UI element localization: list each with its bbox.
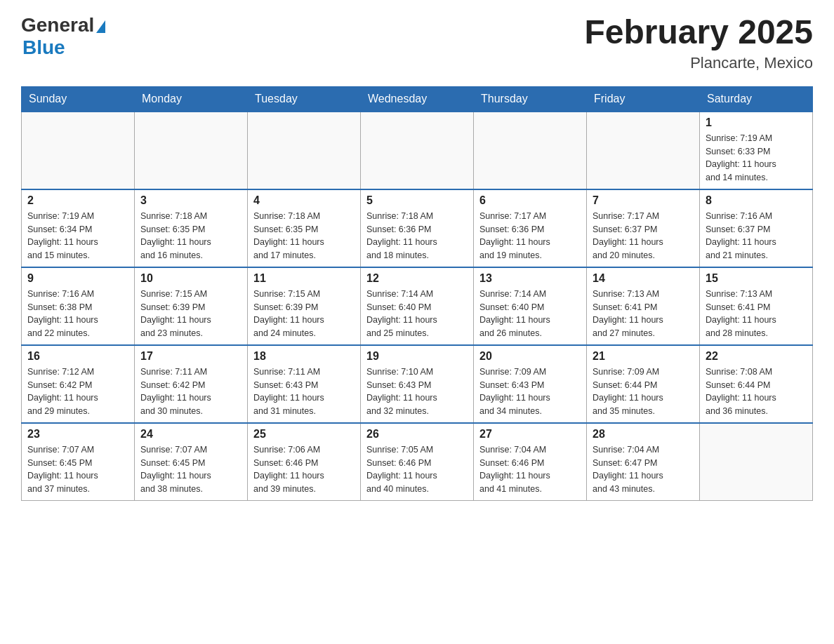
day-number: 7 xyxy=(593,194,694,207)
day-number: 2 xyxy=(27,194,128,207)
calendar-table: SundayMondayTuesdayWednesdayThursdayFrid… xyxy=(21,86,813,501)
day-info: Sunrise: 7:11 AM Sunset: 6:43 PM Dayligh… xyxy=(253,365,355,418)
calendar-cell: 12Sunrise: 7:14 AM Sunset: 6:40 PM Dayli… xyxy=(361,267,474,345)
day-info: Sunrise: 7:10 AM Sunset: 6:43 PM Dayligh… xyxy=(366,365,468,418)
calendar-cell: 27Sunrise: 7:04 AM Sunset: 6:46 PM Dayli… xyxy=(474,423,587,501)
calendar-cell: 23Sunrise: 7:07 AM Sunset: 6:45 PM Dayli… xyxy=(22,423,135,501)
calendar-cell: 15Sunrise: 7:13 AM Sunset: 6:41 PM Dayli… xyxy=(700,267,813,345)
day-info: Sunrise: 7:16 AM Sunset: 6:37 PM Dayligh… xyxy=(706,210,807,262)
header-friday: Friday xyxy=(587,86,700,112)
day-info: Sunrise: 7:14 AM Sunset: 6:40 PM Dayligh… xyxy=(366,288,468,340)
header-tuesday: Tuesday xyxy=(248,86,361,112)
day-number: 20 xyxy=(479,350,581,363)
day-info: Sunrise: 7:07 AM Sunset: 6:45 PM Dayligh… xyxy=(27,443,128,496)
calendar-cell: 6Sunrise: 7:17 AM Sunset: 6:36 PM Daylig… xyxy=(474,189,587,267)
day-info: Sunrise: 7:16 AM Sunset: 6:38 PM Dayligh… xyxy=(27,288,128,340)
calendar-cell: 2Sunrise: 7:19 AM Sunset: 6:34 PM Daylig… xyxy=(22,189,135,267)
day-number: 25 xyxy=(253,428,355,441)
day-number: 19 xyxy=(366,350,468,363)
calendar-cell xyxy=(248,112,361,189)
day-info: Sunrise: 7:04 AM Sunset: 6:47 PM Dayligh… xyxy=(593,443,694,496)
day-number: 17 xyxy=(140,350,241,363)
day-info: Sunrise: 7:07 AM Sunset: 6:45 PM Dayligh… xyxy=(140,443,241,496)
calendar-cell: 11Sunrise: 7:15 AM Sunset: 6:39 PM Dayli… xyxy=(248,267,361,345)
header-sunday: Sunday xyxy=(22,86,135,112)
calendar-cell: 9Sunrise: 7:16 AM Sunset: 6:38 PM Daylig… xyxy=(22,267,135,345)
day-info: Sunrise: 7:18 AM Sunset: 6:35 PM Dayligh… xyxy=(140,210,241,262)
day-number: 21 xyxy=(593,350,694,363)
calendar-cell: 26Sunrise: 7:05 AM Sunset: 6:46 PM Dayli… xyxy=(361,423,474,501)
day-info: Sunrise: 7:13 AM Sunset: 6:41 PM Dayligh… xyxy=(706,288,807,340)
page-header: General Blue February 2025 Plancarte, Me… xyxy=(21,14,813,72)
day-number: 9 xyxy=(27,272,128,285)
calendar-cell: 18Sunrise: 7:11 AM Sunset: 6:43 PM Dayli… xyxy=(248,345,361,423)
day-number: 5 xyxy=(366,194,468,207)
calendar-cell: 16Sunrise: 7:12 AM Sunset: 6:42 PM Dayli… xyxy=(22,345,135,423)
day-number: 23 xyxy=(27,428,128,441)
day-info: Sunrise: 7:04 AM Sunset: 6:46 PM Dayligh… xyxy=(479,443,581,496)
calendar-cell xyxy=(22,112,135,189)
day-info: Sunrise: 7:15 AM Sunset: 6:39 PM Dayligh… xyxy=(140,288,241,340)
calendar-cell: 5Sunrise: 7:18 AM Sunset: 6:36 PM Daylig… xyxy=(361,189,474,267)
calendar-cell: 17Sunrise: 7:11 AM Sunset: 6:42 PM Dayli… xyxy=(135,345,248,423)
day-number: 26 xyxy=(366,428,468,441)
day-info: Sunrise: 7:19 AM Sunset: 6:33 PM Dayligh… xyxy=(706,132,807,185)
day-info: Sunrise: 7:09 AM Sunset: 6:43 PM Dayligh… xyxy=(479,365,581,418)
logo: General Blue xyxy=(21,14,105,59)
day-number: 22 xyxy=(706,350,807,363)
calendar-cell: 8Sunrise: 7:16 AM Sunset: 6:37 PM Daylig… xyxy=(700,189,813,267)
calendar-cell xyxy=(361,112,474,189)
calendar-cell: 20Sunrise: 7:09 AM Sunset: 6:43 PM Dayli… xyxy=(474,345,587,423)
day-number: 18 xyxy=(253,350,355,363)
day-info: Sunrise: 7:08 AM Sunset: 6:44 PM Dayligh… xyxy=(706,365,807,418)
day-number: 10 xyxy=(140,272,241,285)
week-row-1: 2Sunrise: 7:19 AM Sunset: 6:34 PM Daylig… xyxy=(22,189,813,267)
calendar-cell: 4Sunrise: 7:18 AM Sunset: 6:35 PM Daylig… xyxy=(248,189,361,267)
calendar-cell xyxy=(474,112,587,189)
calendar-cell: 24Sunrise: 7:07 AM Sunset: 6:45 PM Dayli… xyxy=(135,423,248,501)
calendar-cell: 28Sunrise: 7:04 AM Sunset: 6:47 PM Dayli… xyxy=(587,423,700,501)
calendar-cell: 25Sunrise: 7:06 AM Sunset: 6:46 PM Dayli… xyxy=(248,423,361,501)
day-info: Sunrise: 7:06 AM Sunset: 6:46 PM Dayligh… xyxy=(253,443,355,496)
day-number: 12 xyxy=(366,272,468,285)
day-info: Sunrise: 7:19 AM Sunset: 6:34 PM Dayligh… xyxy=(27,210,128,262)
day-number: 24 xyxy=(140,428,241,441)
week-row-2: 9Sunrise: 7:16 AM Sunset: 6:38 PM Daylig… xyxy=(22,267,813,345)
week-row-4: 23Sunrise: 7:07 AM Sunset: 6:45 PM Dayli… xyxy=(22,423,813,501)
calendar-subtitle: Plancarte, Mexico xyxy=(584,54,813,72)
logo-general-text: General xyxy=(21,14,94,36)
calendar-cell: 1Sunrise: 7:19 AM Sunset: 6:33 PM Daylig… xyxy=(700,112,813,189)
day-number: 1 xyxy=(706,116,807,129)
day-number: 4 xyxy=(253,194,355,207)
calendar-cell: 22Sunrise: 7:08 AM Sunset: 6:44 PM Dayli… xyxy=(700,345,813,423)
calendar-cell: 19Sunrise: 7:10 AM Sunset: 6:43 PM Dayli… xyxy=(361,345,474,423)
calendar-cell: 7Sunrise: 7:17 AM Sunset: 6:37 PM Daylig… xyxy=(587,189,700,267)
day-number: 15 xyxy=(706,272,807,285)
day-info: Sunrise: 7:18 AM Sunset: 6:36 PM Dayligh… xyxy=(366,210,468,262)
calendar-cell xyxy=(135,112,248,189)
calendar-cell: 14Sunrise: 7:13 AM Sunset: 6:41 PM Dayli… xyxy=(587,267,700,345)
calendar-title: February 2025 xyxy=(584,14,813,51)
logo-blue-text: Blue xyxy=(22,36,65,58)
day-number: 6 xyxy=(479,194,581,207)
day-info: Sunrise: 7:05 AM Sunset: 6:46 PM Dayligh… xyxy=(366,443,468,496)
day-number: 11 xyxy=(253,272,355,285)
header-monday: Monday xyxy=(135,86,248,112)
week-row-0: 1Sunrise: 7:19 AM Sunset: 6:33 PM Daylig… xyxy=(22,112,813,189)
calendar-cell: 3Sunrise: 7:18 AM Sunset: 6:35 PM Daylig… xyxy=(135,189,248,267)
day-number: 28 xyxy=(593,428,694,441)
calendar-cell: 10Sunrise: 7:15 AM Sunset: 6:39 PM Dayli… xyxy=(135,267,248,345)
day-info: Sunrise: 7:14 AM Sunset: 6:40 PM Dayligh… xyxy=(479,288,581,340)
calendar-cell xyxy=(587,112,700,189)
header-wednesday: Wednesday xyxy=(361,86,474,112)
logo-arrow-icon xyxy=(96,20,105,33)
day-info: Sunrise: 7:17 AM Sunset: 6:37 PM Dayligh… xyxy=(593,210,694,262)
week-row-3: 16Sunrise: 7:12 AM Sunset: 6:42 PM Dayli… xyxy=(22,345,813,423)
day-info: Sunrise: 7:18 AM Sunset: 6:35 PM Dayligh… xyxy=(253,210,355,262)
day-info: Sunrise: 7:09 AM Sunset: 6:44 PM Dayligh… xyxy=(593,365,694,418)
calendar-header-row: SundayMondayTuesdayWednesdayThursdayFrid… xyxy=(22,86,813,112)
day-number: 13 xyxy=(479,272,581,285)
day-info: Sunrise: 7:13 AM Sunset: 6:41 PM Dayligh… xyxy=(593,288,694,340)
day-info: Sunrise: 7:17 AM Sunset: 6:36 PM Dayligh… xyxy=(479,210,581,262)
header-saturday: Saturday xyxy=(700,86,813,112)
